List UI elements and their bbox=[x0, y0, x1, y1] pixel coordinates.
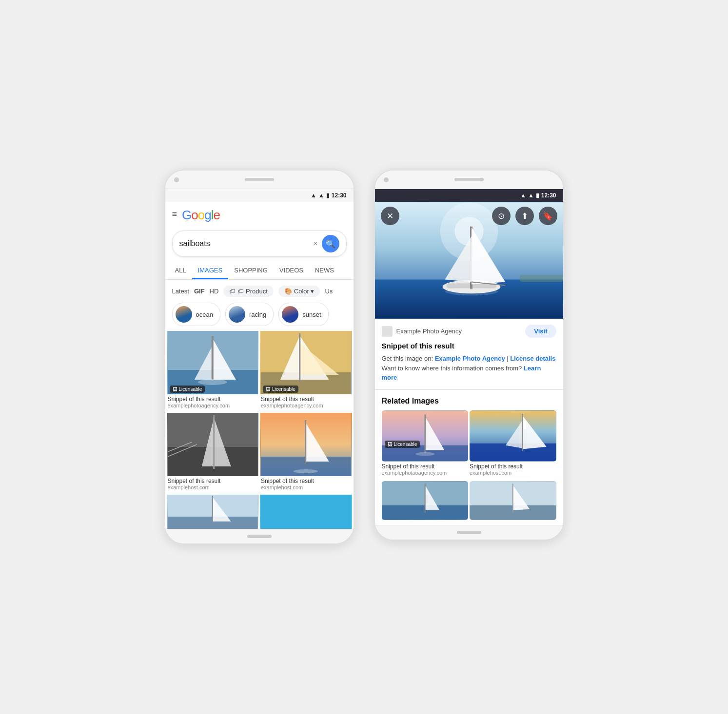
licensable-badge-1: 🖼 Licensable bbox=[170, 386, 205, 393]
time-right: 12:30 bbox=[541, 192, 556, 199]
chip-sunset-label: sunset bbox=[302, 311, 321, 318]
image-grid-partial bbox=[165, 495, 354, 529]
related-source-2: examplehost.com bbox=[470, 470, 556, 476]
detail-snippet-body: Get this image on: Example Photo Agency … bbox=[382, 354, 556, 383]
phones-container: ▲ ▲ ▮ 12:30 ≡ Google sailboats × bbox=[164, 170, 564, 544]
search-header: ≡ Google sailboats × 🔍 bbox=[165, 202, 354, 257]
image-cell-1[interactable]: 🖼 Licensable Snippet of this result exam… bbox=[167, 331, 259, 411]
related-image-3[interactable] bbox=[382, 481, 469, 520]
chip-racing[interactable]: racing bbox=[225, 303, 274, 326]
speaker-left bbox=[245, 178, 274, 181]
search-tabs: ALL IMAGES SHOPPING VIDEOS NEWS bbox=[165, 263, 354, 280]
image-3 bbox=[167, 413, 259, 476]
img-label-2: Snippet of this result bbox=[260, 396, 352, 403]
filter-color[interactable]: 🎨 Color ▾ bbox=[278, 286, 320, 297]
logo-e: e bbox=[213, 208, 219, 223]
color-tag-label: Color ▾ bbox=[294, 288, 315, 295]
chip-ocean-img bbox=[176, 306, 192, 323]
right-phone: ▲ ▲ ▮ 12:30 bbox=[374, 170, 564, 540]
image-4 bbox=[260, 413, 352, 476]
speaker-right bbox=[454, 178, 484, 181]
related-bottom-row bbox=[375, 481, 563, 525]
related-cell-1[interactable]: 🖼 Licensable Snippet of this result exam… bbox=[382, 410, 469, 480]
signal-icon-right: ▲ bbox=[528, 192, 534, 199]
logo-o1: o bbox=[191, 208, 197, 223]
search-query: sailboats bbox=[179, 239, 310, 248]
image-6 bbox=[260, 495, 352, 529]
img-source-3: examplehost.com bbox=[167, 484, 259, 493]
related-label-1: Snippet of this result bbox=[382, 463, 469, 470]
related-image-2 bbox=[470, 410, 556, 462]
chip-sunset[interactable]: sunset bbox=[278, 303, 328, 326]
wifi-icon-right: ▲ bbox=[520, 192, 526, 199]
filter-latest[interactable]: Latest bbox=[172, 288, 189, 295]
source-info: Example Photo Agency bbox=[382, 326, 462, 337]
svg-rect-38 bbox=[519, 275, 563, 282]
related-source-1: examplephotaoagency.com bbox=[382, 470, 469, 476]
tab-images[interactable]: IMAGES bbox=[192, 263, 229, 279]
img-source-2: examplephotoagency.com bbox=[260, 403, 352, 411]
hamburger-menu[interactable]: ≡ bbox=[172, 209, 177, 219]
google-logo: Google bbox=[182, 208, 220, 223]
wifi-icon: ▲ bbox=[311, 192, 316, 199]
home-indicator-right bbox=[457, 531, 481, 534]
logo-o2: o bbox=[198, 208, 204, 223]
related-label-2: Snippet of this result bbox=[470, 463, 556, 470]
home-indicator-left bbox=[247, 535, 272, 538]
divider bbox=[375, 389, 563, 390]
detail-image-area: ✕ ⊙ ⬆ 🔖 bbox=[375, 202, 563, 319]
chip-ocean[interactable]: ocean bbox=[172, 303, 220, 326]
image-cell-5[interactable] bbox=[167, 495, 259, 529]
tab-all[interactable]: ALL bbox=[169, 263, 192, 279]
clear-search-icon[interactable]: × bbox=[313, 239, 317, 248]
tab-news[interactable]: NEWS bbox=[309, 263, 340, 279]
source-favicon bbox=[382, 326, 393, 337]
related-cell-2[interactable]: Snippet of this result examplehost.com bbox=[470, 410, 556, 480]
phone-bottom-left bbox=[165, 529, 354, 543]
svg-point-21 bbox=[294, 469, 318, 473]
image-cell-6[interactable] bbox=[260, 495, 352, 529]
license-link[interactable]: License details bbox=[510, 355, 555, 362]
search-button[interactable]: 🔍 bbox=[322, 235, 339, 252]
visit-button[interactable]: Visit bbox=[525, 325, 556, 338]
close-detail-button[interactable]: ✕ bbox=[381, 207, 399, 225]
detail-info: Example Photo Agency Visit Snippet of th… bbox=[375, 319, 563, 383]
product-tag-icon: 🏷 bbox=[229, 288, 236, 295]
chip-ocean-label: ocean bbox=[196, 311, 213, 318]
filter-product[interactable]: 🏷 🏷 Product bbox=[223, 286, 273, 297]
image-cell-3[interactable]: Snippet of this result examplehost.com bbox=[167, 413, 259, 493]
filter-bar: Latest GIF HD 🏷 🏷 Product 🎨 Color ▾ Us bbox=[165, 284, 354, 301]
image-grid: 🖼 Licensable Snippet of this result exam… bbox=[165, 331, 354, 493]
info-text: Want to know where this information come… bbox=[382, 365, 524, 372]
bookmark-button[interactable]: 🔖 bbox=[539, 207, 557, 225]
image-cell-2[interactable]: 🖼 Licensable Snippet of this result exam… bbox=[260, 331, 352, 411]
source-name: Example Photo Agency bbox=[396, 328, 462, 335]
filter-us[interactable]: Us bbox=[325, 288, 333, 295]
licensable-icon-2: 🖼 bbox=[266, 386, 271, 392]
image-cell-4[interactable]: Snippet of this result examplehost.com bbox=[260, 413, 352, 493]
img-label-1: Snippet of this result bbox=[167, 396, 259, 403]
related-images-grid: 🖼 Licensable Snippet of this result exam… bbox=[375, 410, 563, 480]
search-bar[interactable]: sailboats × 🔍 bbox=[172, 231, 347, 257]
filter-gif[interactable]: GIF bbox=[194, 288, 205, 295]
scan-icon: ⊙ bbox=[498, 211, 505, 221]
related-image-4[interactable] bbox=[470, 481, 556, 520]
related-image-1: 🖼 Licensable bbox=[382, 410, 469, 462]
status-icons-right: ▲ ▲ ▮ 12:30 bbox=[520, 192, 556, 199]
tab-videos[interactable]: VIDEOS bbox=[274, 263, 309, 279]
status-icons-left: ▲ ▲ ▮ 12:30 bbox=[311, 192, 346, 199]
status-bar-right: ▲ ▲ ▮ 12:30 bbox=[375, 189, 563, 202]
scan-icon-button[interactable]: ⊙ bbox=[492, 207, 511, 225]
logo-g: G bbox=[182, 208, 191, 223]
agency-link[interactable]: Example Photo Agency bbox=[435, 355, 505, 362]
chip-sunset-img bbox=[282, 306, 298, 323]
filter-hd[interactable]: HD bbox=[210, 288, 219, 295]
product-tag-label: 🏷 Product bbox=[237, 288, 267, 295]
detail-action-buttons: ⊙ ⬆ 🔖 bbox=[492, 207, 557, 225]
share-button[interactable]: ⬆ bbox=[515, 207, 534, 225]
related-lic-label-1: Licensable bbox=[394, 442, 417, 447]
tab-shopping[interactable]: SHOPPING bbox=[228, 263, 274, 279]
related-images-title: Related Images bbox=[375, 397, 563, 410]
licensable-label-1: Licensable bbox=[179, 386, 202, 392]
color-palette-icon: 🎨 bbox=[284, 288, 292, 295]
